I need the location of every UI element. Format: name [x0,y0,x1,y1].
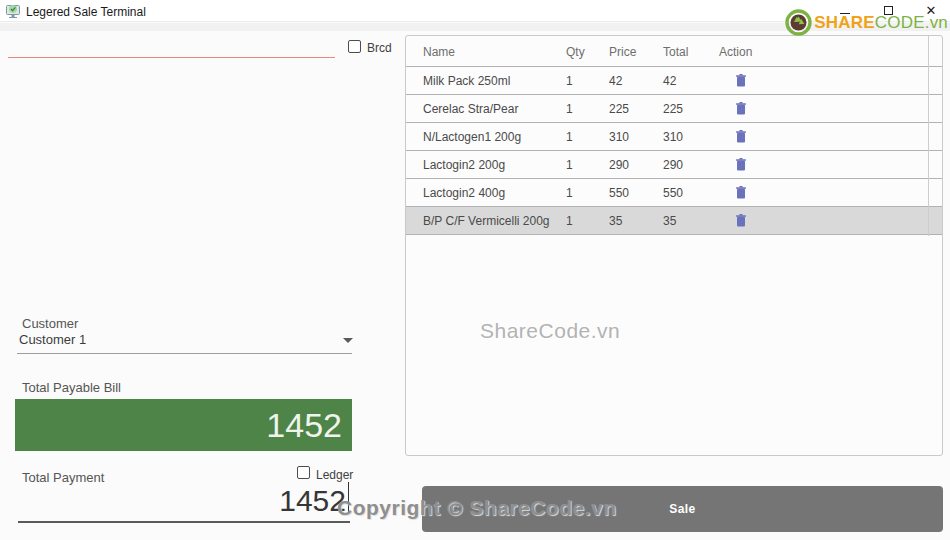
column-header-action: Action [719,45,752,59]
customer-select-underline [17,353,352,354]
total-payable-display: 1452 [15,399,352,451]
column-header-price: Price [609,45,636,59]
delete-item-icon[interactable] [736,214,746,227]
table-body: Milk Pack 250ml 1 42 42 Cerelac Stra/Pea… [406,67,942,235]
sale-button-label: Sale [669,502,695,516]
delete-item-icon[interactable] [736,130,746,143]
table-row[interactable]: N/Lactogen1 200g 1 310 310 [406,123,942,151]
column-header-qty: Qty [566,45,585,59]
delete-item-icon[interactable] [736,186,746,199]
ledger-checkbox-label: Ledger [316,468,353,482]
logo-text-share: SHARE [814,13,875,33]
table-header-row: Name Qty Price Total Action [406,36,942,67]
logo-text-code: CODE.vn [875,13,948,33]
delete-item-icon[interactable] [736,74,746,87]
total-payment-input[interactable]: 1452 [180,484,346,518]
center-watermark: ShareCode.vn [480,319,620,343]
sharecode-logo: SHARECODE.vn [785,9,948,36]
customer-label: Customer [22,316,78,331]
total-payment-label: Total Payment [22,470,104,485]
table-row[interactable]: Lactogin2 400g 1 550 550 [406,179,942,207]
window-title: Legered Sale Terminal [26,5,146,19]
column-header-name: Name [423,45,455,59]
copyright-watermark: Copyright © ShareCode.vn [337,496,617,520]
table-row[interactable]: Cerelac Stra/Pear 1 225 225 [406,95,942,123]
column-header-total: Total [663,45,688,59]
recycle-logo-icon [785,9,812,36]
table-row[interactable]: Milk Pack 250ml 1 42 42 [406,67,942,95]
items-table: Name Qty Price Total Action Milk Pack 25… [405,35,943,456]
total-payable-label: Total Payable Bill [22,380,121,395]
app-icon [6,4,21,18]
brcd-checkbox-label: Brcd [367,41,392,55]
customer-select[interactable]: Customer 1 [19,332,86,347]
delete-item-icon[interactable] [736,102,746,115]
total-payment-underline [18,521,350,523]
total-payable-value: 1452 [15,399,352,451]
brcd-checkbox[interactable] [348,40,361,53]
delete-item-icon[interactable] [736,158,746,171]
table-scrollbar-track[interactable] [928,36,929,236]
ledger-checkbox[interactable] [297,466,310,479]
barcode-input[interactable] [8,57,335,58]
table-row[interactable]: Lactogin2 200g 1 290 290 [406,151,942,179]
chevron-down-icon[interactable] [343,338,353,343]
table-row[interactable]: B/P C/F Vermicelli 200g 1 35 35 [406,207,942,235]
